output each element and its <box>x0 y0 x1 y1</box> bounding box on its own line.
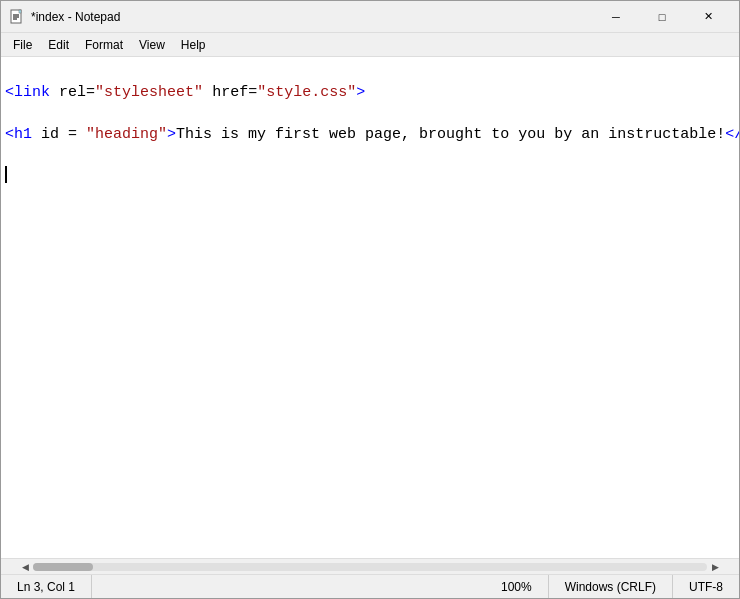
scrollbar-thumb[interactable] <box>33 563 93 571</box>
menu-file[interactable]: File <box>5 36 40 54</box>
editor-area: <link rel="stylesheet" href="style.css">… <box>1 57 739 574</box>
maximize-button[interactable]: □ <box>639 1 685 33</box>
window-controls: ─ □ ✕ <box>593 1 731 33</box>
code-line-2: <h1 id = "heading">This is my first web … <box>5 124 735 145</box>
status-encoding: UTF-8 <box>673 575 739 598</box>
notepad-window: *index - Notepad ─ □ ✕ File Edit Format … <box>0 0 740 599</box>
scroll-right-arrow[interactable]: ▶ <box>707 559 723 575</box>
app-icon <box>9 9 25 25</box>
title-bar: *index - Notepad ─ □ ✕ <box>1 1 739 33</box>
close-button[interactable]: ✕ <box>685 1 731 33</box>
line-ending: Windows (CRLF) <box>565 580 656 594</box>
status-position: Ln 3, Col 1 <box>1 575 92 598</box>
minimize-button[interactable]: ─ <box>593 1 639 33</box>
zoom-level: 100% <box>501 580 532 594</box>
menu-edit[interactable]: Edit <box>40 36 77 54</box>
window-title: *index - Notepad <box>31 10 593 24</box>
menu-format[interactable]: Format <box>77 36 131 54</box>
cursor-line <box>5 166 735 183</box>
text-cursor <box>5 166 7 183</box>
encoding: UTF-8 <box>689 580 723 594</box>
editor-content[interactable]: <link rel="stylesheet" href="style.css">… <box>1 57 739 558</box>
cursor-position: Ln 3, Col 1 <box>17 580 75 594</box>
menu-view[interactable]: View <box>131 36 173 54</box>
code-line-1: <link rel="stylesheet" href="style.css"> <box>5 82 735 103</box>
status-line-ending: Windows (CRLF) <box>549 575 673 598</box>
scrollbar-track <box>33 563 707 571</box>
scrollbar-horizontal[interactable]: ◀ ▶ <box>1 558 739 574</box>
scroll-left-arrow[interactable]: ◀ <box>17 559 33 575</box>
svg-rect-1 <box>19 10 21 13</box>
status-bar: Ln 3, Col 1 100% Windows (CRLF) UTF-8 <box>1 574 739 598</box>
status-zoom: 100% <box>485 575 549 598</box>
menu-help[interactable]: Help <box>173 36 214 54</box>
menu-bar: File Edit Format View Help <box>1 33 739 57</box>
